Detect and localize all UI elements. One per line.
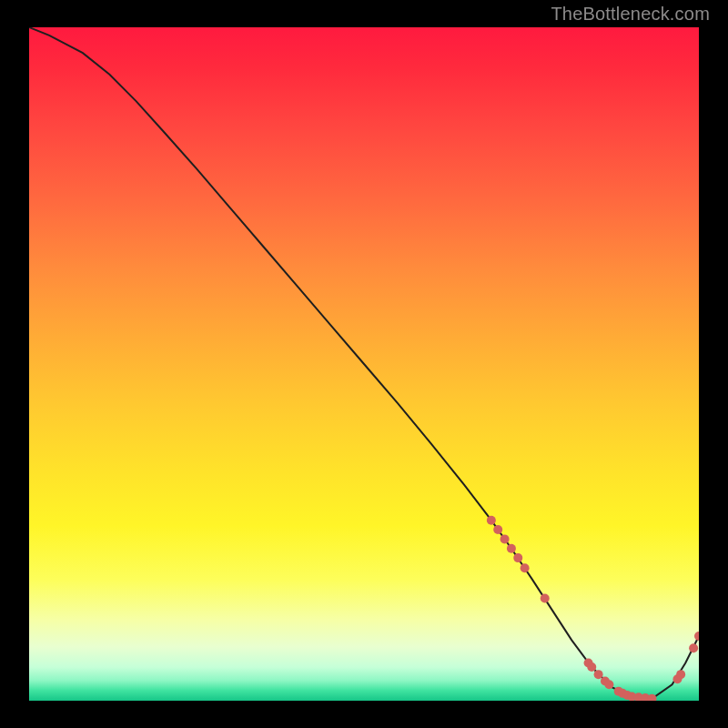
marker-point [676, 670, 685, 679]
bottleneck-curve [29, 27, 699, 699]
curve-markers [487, 516, 699, 701]
marker-point [521, 563, 530, 572]
marker-point [487, 516, 496, 525]
chart-svg [29, 27, 699, 701]
chart-container: TheBottleneck.com [0, 0, 728, 728]
marker-point [689, 643, 698, 652]
marker-point [594, 670, 603, 679]
marker-point [493, 525, 502, 534]
marker-point [513, 553, 522, 562]
marker-point [541, 594, 550, 603]
marker-point [587, 662, 596, 672]
marker-point [604, 680, 613, 689]
plot-area [29, 27, 699, 701]
marker-point [500, 534, 510, 543]
attribution-label: TheBottleneck.com [551, 4, 710, 25]
marker-point [694, 632, 699, 641]
marker-point [507, 544, 516, 553]
